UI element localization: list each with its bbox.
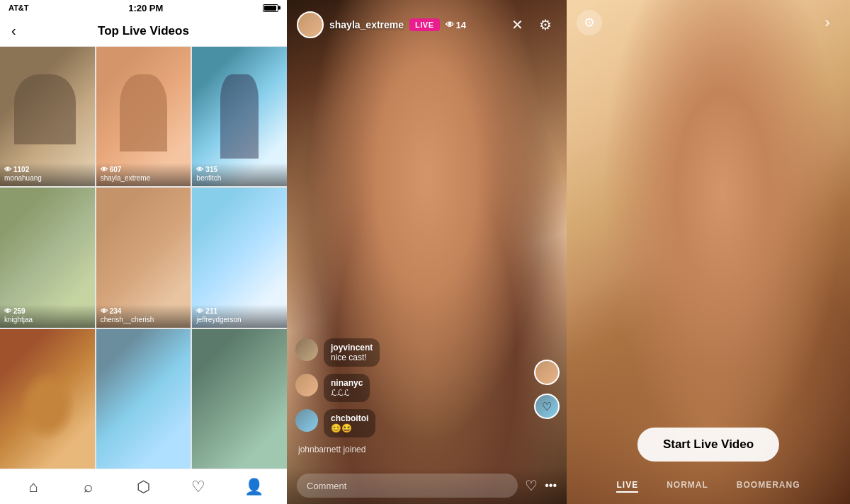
nav-heart[interactable]: ♡	[183, 471, 214, 503]
live-badge: LIVE	[409, 18, 439, 31]
comment-text-2: ℒℒℒ	[331, 388, 363, 398]
tab-live[interactable]: LIVE	[616, 480, 638, 493]
grid-overlay-4: 👁 259 knightjaa	[0, 304, 95, 328]
comment-avatar-2	[295, 374, 318, 396]
video-grid: 👁 1102 monahuang 👁 607 shayla_extreme 👁 …	[0, 47, 287, 469]
right-settings-icon: ⚙	[584, 15, 595, 30]
battery-icon	[263, 4, 278, 12]
grid-item-3[interactable]: 👁 315 benfitch	[192, 47, 287, 186]
join-notice: johnbarnett joined	[295, 445, 523, 454]
live-settings-button[interactable]: ⚙	[534, 13, 557, 36]
tab-normal[interactable]: NORMAL	[667, 480, 708, 493]
comment-input[interactable]: Comment	[297, 474, 518, 498]
grid-item-2[interactable]: 👁 607 shayla_extreme	[96, 47, 191, 186]
nav-profile[interactable]: 👤	[238, 471, 269, 503]
grid-username-6: jeffreydgerson	[196, 316, 283, 323]
start-live-panel: ⚙ › Start Live Video LIVE NORMAL BOOMERA…	[567, 0, 850, 504]
more-button[interactable]: •••	[545, 479, 557, 492]
comment-body-3: chcboitoi 😊😆	[324, 409, 375, 437]
grid-username-3: benfitch	[196, 174, 283, 182]
right-top-bar: ⚙ ›	[577, 10, 840, 35]
home-icon: ⌂	[28, 478, 38, 496]
grid-item-7[interactable]	[0, 329, 95, 469]
grid-overlay-5: 👁 234 cherish__cherish	[96, 304, 191, 328]
eye-icon-2: 👁	[101, 166, 108, 173]
grid-count-5: 👁 234	[101, 307, 187, 315]
comment-text-1: nice cast!	[331, 353, 373, 362]
grid-username-2: shayla_extreme	[101, 174, 187, 182]
nav-camera[interactable]: ⬡	[128, 471, 159, 503]
live-comments-area: joyvincent nice cast! ninanyc ℒℒℒ chcboi…	[287, 338, 531, 454]
grid-count-6: 👁 211	[196, 307, 283, 315]
live-reactions-sidebar: ♡	[534, 360, 560, 419]
status-time: 1:20 PM	[128, 3, 163, 13]
eye-icon-3: 👁	[196, 166, 203, 173]
grid-overlay-6: 👁 211 jeffreydgerson	[192, 304, 287, 328]
nav-search[interactable]: ⌕	[73, 471, 104, 503]
viewer-eye-icon: 👁	[446, 20, 454, 30]
right-settings-button[interactable]: ⚙	[577, 10, 602, 35]
grid-username-4: knightjaa	[4, 316, 91, 323]
right-next-button[interactable]: ›	[815, 10, 840, 35]
grid-item-4[interactable]: 👁 259 knightjaa	[0, 188, 95, 327]
carrier-text: AT&T	[8, 4, 29, 12]
live-viewer-count: 👁 14	[446, 20, 466, 30]
grid-item-8[interactable]	[96, 329, 191, 469]
grid-count-1: 👁 1102	[4, 166, 91, 173]
heart-button[interactable]: ♡	[525, 477, 538, 494]
reaction-avatar-1[interactable]	[534, 360, 560, 385]
left-panel: AT&T 1:20 PM ‹ Top Live Videos 👁 1102 mo…	[0, 0, 287, 504]
grid-count-2: 👁 607	[101, 166, 187, 173]
top-nav: ‹ Top Live Videos	[0, 16, 287, 47]
comment-avatar-3	[295, 409, 318, 432]
start-live-video-button[interactable]: Start Live Video	[638, 428, 779, 462]
live-top-bar: shayla_extreme LIVE 👁 14 ✕ ⚙	[287, 0, 567, 42]
back-button[interactable]: ‹	[11, 23, 16, 39]
live-streamer-avatar[interactable]	[297, 11, 324, 38]
grid-count-3: 👁 315	[196, 166, 283, 173]
comment-item-2: ninanyc ℒℒℒ	[295, 374, 523, 402]
close-icon: ✕	[511, 16, 523, 33]
comment-placeholder: Comment	[307, 481, 346, 491]
comment-body-2: ninanyc ℒℒℒ	[324, 374, 370, 402]
grid-username-1: monahuang	[4, 174, 91, 182]
grid-username-5: cherish__cherish	[101, 316, 187, 323]
bottom-nav: ⌂ ⌕ ⬡ ♡ 👤	[0, 469, 287, 504]
close-live-button[interactable]: ✕	[506, 13, 528, 36]
grid-overlay-1: 👁 1102 monahuang	[0, 163, 95, 186]
status-left: AT&T	[8, 4, 29, 12]
comment-body-1: joyvincent nice cast!	[324, 338, 380, 367]
live-bottom-bar: Comment ♡ •••	[287, 467, 567, 504]
grid-overlay-3: 👁 315 benfitch	[192, 163, 287, 186]
live-video-panel: shayla_extreme LIVE 👁 14 ✕ ⚙ joyvincent …	[287, 0, 567, 504]
reaction-heart[interactable]: ♡	[534, 394, 560, 419]
comment-avatar-1	[295, 338, 318, 361]
tab-boomerang[interactable]: BOOMERANG	[737, 480, 800, 493]
grid-count-4: 👁 259	[4, 307, 91, 315]
camera-icon: ⬡	[137, 478, 150, 496]
grid-overlay-2: 👁 607 shayla_extreme	[96, 163, 191, 186]
status-bar: AT&T 1:20 PM	[0, 0, 287, 16]
eye-icon-6: 👁	[196, 307, 203, 315]
nav-home[interactable]: ⌂	[18, 471, 49, 503]
right-bottom-tabs: LIVE NORMAL BOOMERANG	[567, 480, 850, 493]
live-streamer-username: shayla_extreme	[329, 19, 404, 30]
start-live-label: Start Live Video	[663, 437, 754, 451]
grid-item-1[interactable]: 👁 1102 monahuang	[0, 47, 95, 186]
status-right	[263, 4, 278, 12]
profile-icon: 👤	[244, 478, 264, 496]
comment-user-1: joyvincent	[331, 343, 373, 353]
grid-item-5[interactable]: 👁 234 cherish__cherish	[96, 188, 191, 327]
page-title: Top Live Videos	[98, 24, 189, 38]
search-icon: ⌕	[84, 478, 93, 496]
comment-user-3: chcboitoi	[331, 413, 368, 423]
eye-icon-5: 👁	[101, 307, 108, 315]
comment-item-3: chcboitoi 😊😆	[295, 409, 523, 437]
eye-icon-1: 👁	[4, 166, 11, 173]
grid-item-6[interactable]: 👁 211 jeffreydgerson	[192, 188, 287, 327]
comment-text-3: 😊😆	[331, 423, 368, 433]
eye-icon-4: 👁	[4, 307, 11, 315]
comment-item-1: joyvincent nice cast!	[295, 338, 523, 367]
grid-item-9[interactable]	[192, 329, 287, 469]
chevron-right-icon: ›	[824, 13, 829, 32]
